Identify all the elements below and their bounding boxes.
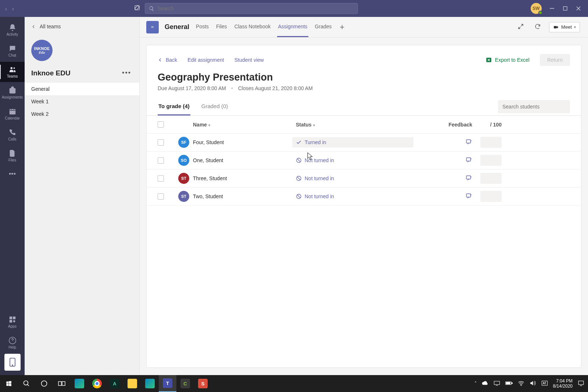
teams-icon <box>8 65 17 74</box>
channel-general[interactable]: General <box>25 83 139 95</box>
team-more-button[interactable]: ••• <box>119 68 134 78</box>
student-row[interactable]: SOOne, StudentNot turned in <box>147 152 581 170</box>
user-avatar[interactable]: SW <box>531 3 542 14</box>
grade-input[interactable] <box>480 155 502 166</box>
student-view-button[interactable]: Student view <box>234 57 264 63</box>
calendar-icon <box>8 107 17 115</box>
window-minimize-icon[interactable] <box>549 6 555 11</box>
svg-rect-16 <box>466 158 470 161</box>
tab-class-notebook[interactable]: Class Notebook <box>234 17 272 37</box>
subtab-graded[interactable]: Graded (0) <box>201 98 229 115</box>
student-name: One, Student <box>193 157 296 163</box>
col-name[interactable]: Name <box>193 122 207 128</box>
rail-more[interactable]: ••• <box>0 167 25 181</box>
student-row[interactable]: SFFour, StudentTurned in <box>147 133 581 152</box>
tab-posts[interactable]: Posts <box>195 17 209 37</box>
subtab-to-grade[interactable]: To grade (4) <box>158 98 190 115</box>
channel-week-2[interactable]: Week 2 <box>25 108 139 120</box>
rail-calendar[interactable]: Calendar <box>0 104 25 124</box>
feedback-icon[interactable] <box>466 157 472 163</box>
taskbar-app-edge[interactable] <box>71 375 88 392</box>
row-checkbox[interactable] <box>158 193 164 200</box>
search-button[interactable] <box>18 375 35 392</box>
student-row[interactable]: STThree, StudentNot turned in <box>147 170 581 188</box>
channel-week-1[interactable]: Week 1 <box>25 95 139 108</box>
svg-rect-27 <box>512 382 512 384</box>
tab-grades[interactable]: Grades <box>314 17 333 37</box>
student-search-box[interactable] <box>498 100 570 113</box>
rail-chat[interactable]: Chat <box>0 41 25 61</box>
taskbar-app-explorer[interactable] <box>123 375 141 392</box>
meet-button[interactable]: Meet ▾ <box>549 22 580 32</box>
status-button[interactable]: Not turned in <box>296 157 413 163</box>
tray-battery-icon[interactable] <box>505 381 513 386</box>
rail-mobile-button[interactable] <box>4 354 21 371</box>
feedback-icon[interactable] <box>466 175 472 181</box>
row-checkbox[interactable] <box>158 175 164 182</box>
tray-chevron-icon[interactable]: ˄ <box>474 381 477 386</box>
taskbar-app-edge2[interactable] <box>141 375 159 392</box>
tray-display-icon[interactable] <box>494 381 500 387</box>
tray-wifi-icon[interactable] <box>518 381 524 387</box>
grade-input[interactable] <box>480 191 502 202</box>
expand-icon[interactable] <box>515 21 526 33</box>
tab-files[interactable]: Files <box>215 17 228 37</box>
grade-input[interactable] <box>480 173 502 184</box>
feedback-icon[interactable] <box>466 193 472 199</box>
rail-help[interactable]: Help <box>0 333 25 353</box>
svg-rect-30 <box>542 381 547 385</box>
tab-assignments[interactable]: Assignments <box>277 17 308 37</box>
tray-notifications-icon[interactable] <box>578 380 584 388</box>
taskbar-app-chrome[interactable] <box>88 375 106 392</box>
add-tab-button[interactable]: + <box>338 22 346 32</box>
svg-rect-28 <box>506 382 510 384</box>
rail-teams[interactable]: Teams <box>0 62 25 82</box>
back-button[interactable]: Back <box>158 57 177 63</box>
window-close-icon[interactable] <box>576 6 581 11</box>
search-input[interactable] <box>157 6 354 11</box>
task-view-button[interactable] <box>53 375 71 392</box>
status-button[interactable]: Turned in <box>292 137 413 147</box>
taskbar-app-teams[interactable]: T <box>159 375 176 392</box>
select-all-checkbox[interactable] <box>158 121 164 128</box>
window-maximize-icon[interactable] <box>562 6 568 11</box>
tray-language-icon[interactable] <box>541 380 548 387</box>
taskbar-clock[interactable]: 7:04 PM 8/14/2020 <box>553 378 573 389</box>
assignment-subtitle: Due August 17, 2020 8:00 AM • Closes Aug… <box>147 85 581 98</box>
nav-back-icon[interactable]: ‹ <box>5 6 7 12</box>
taskbar-app-camtasia[interactable]: C <box>176 375 194 392</box>
start-button[interactable] <box>0 375 18 392</box>
rail-files[interactable]: Files <box>0 146 25 166</box>
all-teams-link[interactable]: All teams <box>25 17 139 29</box>
grade-input[interactable] <box>480 137 502 148</box>
status-button[interactable]: Not turned in <box>296 175 413 181</box>
taskbar-app-snagit[interactable]: S <box>194 375 212 392</box>
rail-apps[interactable]: Apps <box>0 312 25 332</box>
export-excel-button[interactable]: Export to Excel <box>485 57 530 63</box>
rail-calls[interactable]: Calls <box>0 125 25 145</box>
rail-activity[interactable]: Activity <box>0 20 25 40</box>
feedback-icon[interactable] <box>466 139 472 145</box>
refresh-icon[interactable] <box>532 21 543 33</box>
row-checkbox[interactable] <box>158 139 164 146</box>
team-avatar[interactable]: INKNOE Edu <box>31 40 53 61</box>
student-row[interactable]: STTwo, StudentNot turned in <box>147 188 581 206</box>
close-date: Closes August 21, 2020 8:00 AM <box>238 85 313 91</box>
help-icon <box>8 336 17 345</box>
status-button[interactable]: Not turned in <box>296 193 413 199</box>
student-search-input[interactable] <box>502 104 567 110</box>
cortana-button[interactable] <box>35 375 53 392</box>
svg-point-21 <box>24 381 28 385</box>
tray-volume-icon[interactable] <box>530 380 536 387</box>
search-box[interactable] <box>145 3 358 14</box>
rail-assignments[interactable]: Assignments <box>0 83 25 103</box>
compose-icon[interactable] <box>129 4 145 13</box>
tray-onedrive-icon[interactable] <box>482 381 488 386</box>
nav-forward-icon[interactable]: › <box>12 6 14 12</box>
taskbar-app-a[interactable]: A <box>106 375 123 392</box>
video-icon <box>553 24 559 30</box>
search-icon <box>149 6 154 11</box>
edit-assignment-button[interactable]: Edit assignment <box>187 57 224 63</box>
row-checkbox[interactable] <box>158 157 164 164</box>
col-status[interactable]: Status <box>296 122 312 128</box>
